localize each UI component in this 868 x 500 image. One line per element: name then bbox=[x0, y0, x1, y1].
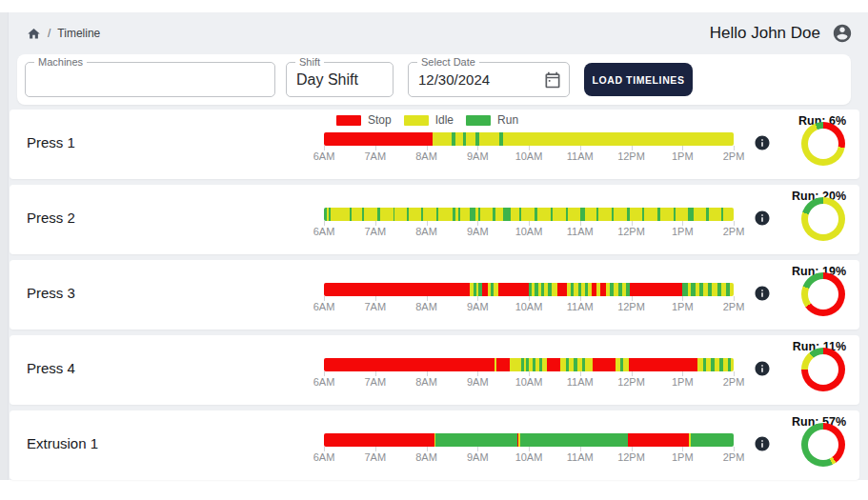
left-edge-panel bbox=[0, 12, 9, 480]
time-tick-label: 11AM bbox=[567, 376, 594, 388]
run-donut-chart bbox=[801, 348, 845, 391]
legend-item-idle: Idle bbox=[404, 113, 454, 127]
time-tick-label: 11AM bbox=[567, 301, 594, 312]
time-tick-label: 2PM bbox=[723, 226, 745, 237]
time-axis-labels: 6AM7AM8AM9AM10AM11AM12PM1PM2PM bbox=[324, 301, 734, 313]
machine-name: Press 3 bbox=[27, 285, 75, 301]
select-date-field[interactable]: Select Date bbox=[408, 62, 570, 97]
status-legend: StopIdleRun bbox=[336, 113, 518, 127]
time-tick-label: 8AM bbox=[415, 226, 437, 237]
time-tick-label: 7AM bbox=[364, 451, 386, 463]
time-tick-label: 10AM bbox=[515, 451, 543, 463]
time-tick-label: 2PM bbox=[723, 376, 745, 388]
timeline-bar[interactable] bbox=[324, 358, 734, 371]
time-tick-label: 6AM bbox=[313, 301, 335, 312]
info-icon[interactable] bbox=[754, 360, 771, 377]
time-axis-labels: 6AM7AM8AM9AM10AM11AM12PM1PM2PM bbox=[324, 376, 734, 389]
time-tick-label: 10AM bbox=[515, 376, 543, 388]
machines-field[interactable]: Machines bbox=[25, 62, 275, 97]
time-tick-label: 9AM bbox=[467, 150, 489, 162]
time-tick-label: 1PM bbox=[672, 301, 694, 312]
time-tick-label: 6AM bbox=[313, 150, 335, 162]
time-tick-label: 10AM bbox=[515, 301, 543, 312]
time-tick-label: 6AM bbox=[313, 226, 335, 237]
account-circle-icon[interactable] bbox=[832, 23, 853, 44]
time-tick-label: 9AM bbox=[467, 451, 489, 463]
breadcrumb: / Timeline bbox=[27, 27, 100, 41]
time-tick-label: 12PM bbox=[617, 451, 645, 463]
machine-name: Press 2 bbox=[27, 210, 75, 226]
legend-label-idle: Idle bbox=[435, 113, 454, 127]
time-tick-label: 8AM bbox=[415, 150, 437, 162]
time-tick-label: 8AM bbox=[415, 376, 437, 388]
time-tick-label: 11AM bbox=[567, 451, 594, 463]
time-tick-label: 1PM bbox=[672, 150, 694, 162]
time-tick-label: 8AM bbox=[415, 301, 437, 312]
time-tick-label: 9AM bbox=[467, 226, 489, 237]
time-axis-labels: 6AM7AM8AM9AM10AM11AM12PM1PM2PM bbox=[324, 451, 734, 464]
time-tick-label: 1PM bbox=[672, 451, 694, 463]
machine-row: Extrusion 1 6AM7AM8AM9AM10AM11AM12PM1PM2… bbox=[10, 410, 859, 480]
filter-bar: Machines Shift Select Date LOAD TIMELINE… bbox=[17, 54, 851, 105]
time-tick-label: 9AM bbox=[467, 301, 489, 312]
time-axis-labels: 6AM7AM8AM9AM10AM11AM12PM1PM2PM bbox=[324, 226, 734, 238]
legend-item-run: Run bbox=[466, 113, 518, 127]
machines-field-label: Machines bbox=[34, 56, 87, 69]
info-icon[interactable] bbox=[754, 134, 771, 151]
calendar-icon[interactable] bbox=[543, 70, 562, 90]
time-tick-label: 1PM bbox=[672, 226, 694, 237]
time-tick-label: 2PM bbox=[723, 451, 745, 463]
time-tick-label: 7AM bbox=[364, 301, 386, 312]
time-tick-label: 6AM bbox=[313, 376, 335, 388]
time-tick-label: 10AM bbox=[515, 150, 543, 162]
home-icon[interactable] bbox=[27, 27, 41, 41]
breadcrumb-separator: / bbox=[48, 27, 50, 40]
time-tick-label: 11AM bbox=[567, 150, 594, 162]
timeline-bar[interactable] bbox=[324, 208, 734, 221]
load-timelines-button[interactable]: LOAD TIMELINES bbox=[584, 63, 693, 96]
time-tick-label: 1PM bbox=[672, 376, 694, 388]
timeline-page: / Timeline Hello John Doe Machines Shift… bbox=[0, 12, 868, 480]
timeline-bar[interactable] bbox=[324, 283, 734, 296]
legend-swatch-run bbox=[466, 115, 491, 126]
machine-row: Press 3 6AM7AM8AM9AM10AM11AM12PM1PM2PM R… bbox=[10, 260, 859, 330]
shift-field-label: Shift bbox=[295, 56, 324, 69]
time-tick-label: 7AM bbox=[364, 376, 386, 388]
legend-item-stop: Stop bbox=[336, 113, 392, 127]
legend-swatch-idle bbox=[404, 115, 429, 126]
select-date-field-label: Select Date bbox=[417, 56, 479, 69]
run-donut-chart bbox=[801, 272, 845, 316]
time-tick-label: 12PM bbox=[617, 226, 645, 237]
shift-field[interactable]: Shift bbox=[286, 62, 394, 97]
run-donut-chart bbox=[801, 423, 845, 467]
time-tick-label: 9AM bbox=[467, 376, 489, 388]
timeline-bar[interactable] bbox=[324, 132, 734, 146]
machine-name: Press 4 bbox=[27, 360, 75, 376]
user-greeting: Hello John Doe bbox=[710, 24, 820, 43]
info-icon[interactable] bbox=[754, 210, 771, 227]
legend-label-stop: Stop bbox=[368, 113, 392, 127]
time-tick-label: 8AM bbox=[415, 451, 437, 463]
time-tick-label: 7AM bbox=[364, 226, 386, 237]
machine-name: Extrusion 1 bbox=[27, 435, 98, 451]
machine-name: Press 1 bbox=[27, 134, 75, 150]
machine-row: Press 2 6AM7AM8AM9AM10AM11AM12PM1PM2PM R… bbox=[10, 185, 859, 254]
run-donut-chart bbox=[801, 197, 845, 241]
time-tick-label: 2PM bbox=[723, 150, 745, 162]
time-axis-labels: 6AM7AM8AM9AM10AM11AM12PM1PM2PM bbox=[324, 150, 734, 163]
legend-swatch-stop bbox=[336, 115, 361, 126]
run-donut-chart bbox=[801, 122, 845, 166]
timeline-bar[interactable] bbox=[324, 433, 734, 447]
time-tick-label: 10AM bbox=[515, 226, 543, 237]
time-tick-label: 7AM bbox=[364, 150, 386, 162]
breadcrumb-current: Timeline bbox=[57, 27, 100, 40]
time-tick-label: 12PM bbox=[617, 301, 645, 312]
time-tick-label: 12PM bbox=[617, 376, 645, 388]
time-tick-label: 11AM bbox=[567, 226, 594, 237]
timeline-rows: Press 1 6AM7AM8AM9AM10AM11AM12PM1PM2PM R… bbox=[10, 110, 859, 480]
legend-label-run: Run bbox=[497, 113, 518, 127]
info-icon[interactable] bbox=[754, 285, 771, 302]
machine-row: Press 4 6AM7AM8AM9AM10AM11AM12PM1PM2PM R… bbox=[10, 335, 859, 405]
info-icon[interactable] bbox=[754, 435, 771, 452]
time-tick-label: 12PM bbox=[617, 150, 645, 162]
